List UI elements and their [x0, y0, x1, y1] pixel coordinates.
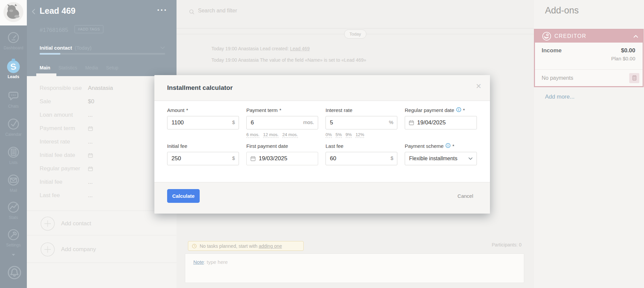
- calendar-icon: [409, 120, 414, 125]
- preset-0-percent[interactable]: 0%: [326, 132, 332, 138]
- field-value[interactable]: ...: [88, 138, 93, 145]
- installment-calculator-button[interactable]: [629, 73, 639, 83]
- field-value[interactable]: ...: [88, 192, 93, 199]
- cancel-button[interactable]: Cancel: [457, 193, 473, 199]
- sidebar-item-label: Lists: [9, 160, 18, 165]
- add-company-button[interactable]: Add company: [40, 242, 96, 257]
- lead-tabs: Main Statistics Media Setup: [40, 65, 118, 70]
- calculate-button[interactable]: Calculate: [167, 189, 200, 203]
- initial-fee-input[interactable]: [167, 152, 239, 165]
- info-icon[interactable]: [456, 107, 461, 112]
- preset-5-percent[interactable]: 5%: [336, 132, 342, 138]
- field-value[interactable]: Anastasia: [88, 85, 113, 92]
- divider: [27, 263, 177, 263]
- sidebar-item-mail[interactable]: Mail: [0, 173, 27, 193]
- income-plan-value: Plan $0.00: [611, 56, 635, 61]
- calendar-icon[interactable]: [88, 153, 93, 158]
- regular-payment-date-value: 19/04/2025: [417, 119, 446, 126]
- note-input[interactable]: Note: type here: [185, 253, 524, 283]
- tab-media[interactable]: Media: [85, 65, 98, 70]
- mail-envelope-icon: [7, 173, 20, 187]
- collapse-chevron-up-icon[interactable]: [634, 35, 638, 38]
- payment-term-field: Payment term* mos. 6 mos. 12 mos. 24 mos…: [246, 107, 318, 138]
- close-icon[interactable]: ×: [476, 82, 481, 91]
- settings-wrench-icon: [7, 228, 20, 241]
- add-contact-label: Add contact: [61, 220, 91, 227]
- preset-24-months[interactable]: 24 mos.: [282, 132, 298, 138]
- field-label: Payment term: [40, 125, 87, 132]
- lead-menu-dots-icon[interactable]: ···: [157, 5, 167, 15]
- info-icon[interactable]: [445, 143, 451, 148]
- dashboard-gauge-icon: [7, 31, 20, 44]
- amount-input[interactable]: [167, 116, 239, 129]
- creditor-hand-coin-icon: [542, 31, 552, 41]
- payment-term-unit: mos.: [303, 119, 314, 125]
- tab-main[interactable]: Main: [40, 65, 50, 70]
- interest-rate-label: Interest rate: [326, 107, 352, 113]
- no-tasks-text: No tasks planned, start with: [200, 243, 259, 249]
- preset-12-percent[interactable]: 12%: [355, 132, 364, 138]
- sidebar-item-chats[interactable]: Chats: [0, 89, 27, 109]
- regular-payment-date-input[interactable]: 19/04/2025: [405, 116, 477, 129]
- creditor-widget-header[interactable]: CREDITOR: [535, 30, 643, 43]
- first-payment-date-input[interactable]: 19/03/2025: [246, 152, 318, 165]
- select-chevron-down-icon: [468, 157, 473, 160]
- regular-payment-date-label: Regular payment date: [405, 107, 454, 113]
- first-payment-date-label: First payment date: [246, 143, 288, 149]
- amount-field: Amount* $: [167, 107, 239, 138]
- lead-stage-hint: (Today): [75, 45, 92, 51]
- field-label: Interest rate: [40, 138, 87, 145]
- no-tasks-banner: No tasks planned, start with adding one: [188, 241, 304, 251]
- calendar-icon[interactable]: [88, 166, 93, 171]
- interest-rate-presets: 0% 5% 9% 12%: [326, 132, 397, 138]
- note-type-selector[interactable]: Note: [193, 259, 204, 265]
- event-text: Today 19:00 Anastasia Lead created:: [211, 46, 290, 51]
- sidebar-item-lists[interactable]: Lists: [0, 146, 27, 165]
- lead-stage[interactable]: Initial contact(Today): [40, 45, 92, 51]
- sidebar-item-leads[interactable]: S Leads: [0, 60, 27, 79]
- calendar-icon[interactable]: [88, 126, 93, 131]
- preset-12-months[interactable]: 12 mos.: [263, 132, 279, 138]
- account-avatar[interactable]: [0, 0, 27, 25]
- initial-fee-field: Initial fee $: [167, 143, 239, 165]
- field-value[interactable]: $0: [88, 98, 94, 105]
- sidebar-expand-chevron-icon[interactable]: [11, 253, 15, 256]
- sidebar-item-notifications[interactable]: [0, 265, 27, 278]
- back-chevron-icon[interactable]: [32, 9, 35, 14]
- sidebar-item-stats[interactable]: Stats: [0, 200, 27, 220]
- stage-chevron-down-icon[interactable]: [160, 46, 165, 49]
- add-contact-button[interactable]: Add contact: [40, 216, 91, 231]
- add-more-link[interactable]: Add more...: [545, 94, 575, 100]
- last-fee-input[interactable]: [326, 152, 397, 165]
- field-label: Last fee: [40, 192, 87, 199]
- add-tags-button[interactable]: #ADD TAGS: [75, 25, 103, 33]
- field-value[interactable]: ...: [88, 179, 93, 185]
- tab-setup[interactable]: Setup: [106, 65, 118, 70]
- search-input[interactable]: [197, 7, 366, 14]
- field-value[interactable]: ...: [88, 112, 93, 118]
- lead-id: #17681685: [40, 27, 68, 34]
- creditor-income-row: Income $0.00 Plan $0.00: [535, 43, 643, 69]
- sidebar-item-dashboard[interactable]: Dashboard: [0, 31, 27, 50]
- payment-scheme-select[interactable]: Flexible installments: [405, 152, 477, 165]
- nav-sidebar: Dashboard S Leads Chats Calendar Lists M…: [0, 0, 27, 288]
- sidebar-item-settings[interactable]: Settings: [0, 228, 27, 247]
- initial-fee-unit: $: [232, 155, 235, 161]
- sidebar-item-label: Settings: [6, 243, 20, 247]
- add-task-link[interactable]: adding one: [259, 243, 282, 249]
- plus-circle-icon: [40, 216, 55, 231]
- timeline-event: Today 19:00 Anastasia The value of the f…: [211, 57, 366, 63]
- timeline-event: Today 19:00 Anastasia Lead created: Lead…: [211, 46, 310, 51]
- event-lead-link[interactable]: Lead 469: [290, 46, 309, 51]
- preset-9-percent[interactable]: 9%: [346, 132, 352, 138]
- interest-rate-field: Interest rate % 0% 5% 9% 12%: [326, 107, 397, 138]
- interest-rate-input[interactable]: [326, 116, 397, 129]
- field-label: Sale: [40, 98, 87, 105]
- sidebar-item-label: Mail: [10, 188, 17, 193]
- preset-6-months[interactable]: 6 mos.: [246, 132, 259, 138]
- sidebar-item-calendar[interactable]: Calendar: [0, 117, 27, 137]
- creditor-widget: CREDITOR Income $0.00 Plan $0.00 No paym…: [534, 29, 644, 87]
- search-icon: [189, 9, 195, 15]
- last-fee-label: Last fee: [326, 143, 343, 149]
- tab-statistics[interactable]: Statistics: [58, 65, 77, 70]
